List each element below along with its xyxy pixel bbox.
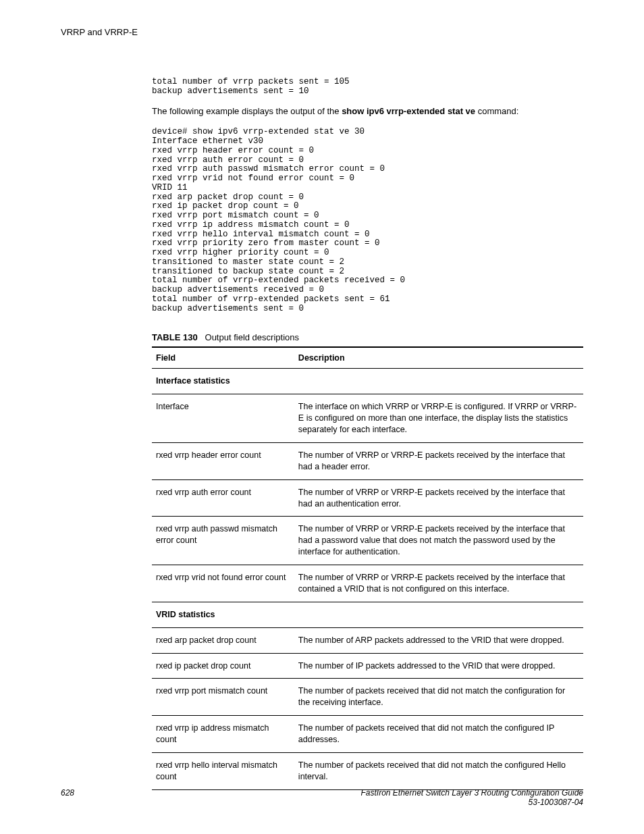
field-name: rxed ip packet drop count: [152, 653, 294, 679]
col-desc: Description: [294, 347, 583, 369]
table-header-row: Field Description: [152, 347, 583, 369]
page-footer: 628 FastIron Ethernet Switch Layer 3 Rou…: [61, 788, 583, 807]
content-area: total number of vrrp packets sent = 105 …: [152, 78, 583, 790]
field-name: Interface: [152, 394, 294, 443]
table-row: InterfaceThe interface on which VRRP or …: [152, 394, 583, 443]
section-heading: Interface statistics: [152, 369, 583, 394]
field-name: rxed vrrp ip address mismatch count: [152, 716, 294, 753]
code-snippet-1: total number of vrrp packets sent = 105 …: [152, 78, 583, 97]
table-row: rxed vrrp auth passwd mismatch error cou…: [152, 517, 583, 565]
intro-paragraph: The following example displays the outpu…: [152, 106, 583, 118]
field-name: rxed vrrp auth error count: [152, 479, 294, 517]
table-row: VRID statistics: [152, 602, 583, 627]
table-caption: TABLE 130 Output field descriptions: [152, 332, 583, 342]
table-caption-text: Output field descriptions: [205, 332, 299, 342]
code-snippet-2: device# show ipv6 vrrp-extended stat ve …: [152, 128, 583, 313]
table-row: rxed arp packet drop countThe number of …: [152, 627, 583, 653]
output-fields-table: Field Description Interface statisticsIn…: [152, 346, 583, 789]
field-name: rxed vrrp auth passwd mismatch error cou…: [152, 517, 294, 565]
table-row: rxed vrrp header error countThe number o…: [152, 442, 583, 479]
table-row: rxed vrrp ip address mismatch countThe n…: [152, 716, 583, 753]
field-desc: The number of ARP packets addressed to t…: [294, 627, 583, 653]
field-desc: The number of packets received that did …: [294, 752, 583, 789]
table-row: rxed vrrp port mismatch countThe number …: [152, 679, 583, 716]
field-name: rxed arp packet drop count: [152, 627, 294, 653]
field-name: rxed vrrp vrid not found error count: [152, 565, 294, 602]
field-desc: The number of packets received that did …: [294, 716, 583, 753]
table-row: Interface statistics: [152, 369, 583, 394]
doc-name: FastIron Ethernet Switch Layer 3 Routing…: [360, 788, 583, 798]
field-desc: The interface on which VRRP or VRRP-E is…: [294, 394, 583, 443]
table-number: TABLE 130: [152, 332, 198, 342]
field-desc: The number of packets received that did …: [294, 679, 583, 716]
section-heading: VRID statistics: [152, 602, 583, 627]
table-row: rxed vrrp auth error countThe number of …: [152, 479, 583, 517]
table-row: rxed vrrp hello interval mismatch countT…: [152, 752, 583, 789]
page: VRRP and VRRP-E total number of vrrp pac…: [0, 0, 644, 834]
intro-post: command:: [475, 106, 518, 116]
table-row: rxed vrrp vrid not found error countThe …: [152, 565, 583, 602]
field-name: rxed vrrp port mismatch count: [152, 679, 294, 716]
doc-id: 53-1003087-04: [529, 798, 583, 807]
col-field: Field: [152, 347, 294, 369]
doc-title-footer: FastIron Ethernet Switch Layer 3 Routing…: [61, 788, 583, 807]
field-desc: The number of VRRP or VRRP-E packets rec…: [294, 565, 583, 602]
table-row: rxed ip packet drop countThe number of I…: [152, 653, 583, 679]
intro-pre: The following example displays the outpu…: [152, 106, 342, 116]
field-name: rxed vrrp header error count: [152, 442, 294, 479]
field-desc: The number of IP packets addressed to th…: [294, 653, 583, 679]
field-desc: The number of VRRP or VRRP-E packets rec…: [294, 479, 583, 517]
section-header: VRRP and VRRP-E: [61, 27, 583, 37]
field-name: rxed vrrp hello interval mismatch count: [152, 752, 294, 789]
intro-command: show ipv6 vrrp-extended stat ve: [342, 106, 475, 116]
field-desc: The number of VRRP or VRRP-E packets rec…: [294, 442, 583, 479]
field-desc: The number of VRRP or VRRP-E packets rec…: [294, 517, 583, 565]
page-number: 628: [61, 788, 74, 798]
